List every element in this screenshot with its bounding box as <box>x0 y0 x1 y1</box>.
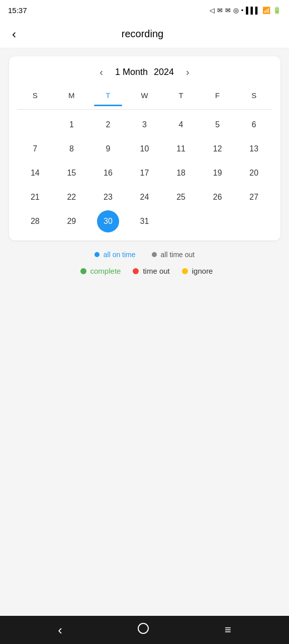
cal-day-6[interactable]: 6 <box>236 114 272 136</box>
ignore-dot <box>182 268 188 274</box>
legend-complete: complete <box>80 267 121 275</box>
all-time-out-dot <box>152 252 157 257</box>
cal-day-11[interactable]: 11 <box>163 138 200 160</box>
dow-mon: M <box>53 88 90 103</box>
all-on-time-label: all on time <box>104 251 136 259</box>
signal-icon: ▌▌▌ <box>246 7 260 14</box>
battery-icon: 🔋 <box>273 7 281 14</box>
email-icon-2: ✉ <box>225 7 231 14</box>
cal-day-13[interactable]: 13 <box>236 138 272 160</box>
legend-all-on-time: all on time <box>94 251 136 259</box>
all-on-time-dot <box>94 252 100 257</box>
legend-ignore: ignore <box>182 267 213 275</box>
back-button[interactable]: ‹ <box>8 23 20 45</box>
cal-day-8[interactable]: 8 <box>53 138 90 160</box>
cal-day-1[interactable]: 1 <box>53 114 90 136</box>
time-out-label: time out <box>143 267 169 275</box>
cal-day-7[interactable]: 7 <box>17 138 54 160</box>
wifi-icon: 📶 <box>262 7 270 14</box>
email-icon-1: ✉ <box>217 7 223 14</box>
nav-back-button[interactable]: ‹ <box>54 618 66 642</box>
prev-month-button[interactable]: ‹ <box>95 64 107 80</box>
cal-day-22[interactable]: 22 <box>53 186 90 208</box>
top-bar: ‹ recording <box>0 20 289 48</box>
all-time-out-label: all time out <box>161 251 195 259</box>
bottom-nav-bar: ‹ ≡ <box>0 616 289 644</box>
cal-day-19[interactable]: 19 <box>199 162 236 184</box>
calendar-year: 2024 <box>154 67 174 77</box>
home-circle-icon <box>138 623 149 634</box>
legend-row-2: complete time out ignore <box>76 267 213 275</box>
cal-day-21[interactable]: 21 <box>17 186 54 208</box>
legend-row-1: all on time all time out <box>94 251 195 259</box>
cal-day-18[interactable]: 18 <box>163 162 200 184</box>
nav-home-button[interactable] <box>134 619 153 641</box>
status-icons: ◁ ✉ ✉ ◎ • ▌▌▌ 📶 🔋 <box>210 7 281 14</box>
dow-wed: W <box>126 88 163 103</box>
navigation-icon: ◁ <box>210 7 215 14</box>
cal-day-28[interactable]: 28 <box>17 210 54 232</box>
dow-tue: T <box>90 88 127 103</box>
legend-time-out: time out <box>133 267 169 275</box>
ignore-label: ignore <box>192 267 213 275</box>
cal-day-31[interactable]: 31 <box>126 210 163 232</box>
cal-day-empty-3 <box>199 210 236 232</box>
cal-day-5[interactable]: 5 <box>199 114 236 136</box>
status-time: 15:37 <box>8 6 27 15</box>
dow-thu: T <box>163 88 200 103</box>
dow-sun: S <box>17 88 54 103</box>
help-icon: ◎ <box>233 7 239 14</box>
calendar-grid: 1 2 3 4 5 6 7 8 9 10 11 12 13 14 15 16 1… <box>17 114 272 232</box>
cal-day-25[interactable]: 25 <box>163 186 200 208</box>
cal-day-27[interactable]: 27 <box>236 186 272 208</box>
cal-day-empty-1 <box>17 114 54 136</box>
cal-day-empty-2 <box>163 210 200 232</box>
cal-day-29[interactable]: 29 <box>53 210 90 232</box>
cal-day-26[interactable]: 26 <box>199 186 236 208</box>
complete-label: complete <box>90 267 121 275</box>
dow-sat: S <box>236 88 272 103</box>
cal-day-3[interactable]: 3 <box>126 114 163 136</box>
cal-day-23[interactable]: 23 <box>90 186 127 208</box>
cal-day-4[interactable]: 4 <box>163 114 200 136</box>
cal-day-20[interactable]: 20 <box>236 162 272 184</box>
main-content: ‹ 1 Month 2024 › S M T W T F S 1 2 <box>0 48 289 616</box>
cal-day-9[interactable]: 9 <box>90 138 127 160</box>
time-out-dot <box>133 268 139 274</box>
page-title: recording <box>24 28 281 40</box>
cal-day-empty-4 <box>236 210 272 232</box>
cal-day-14[interactable]: 14 <box>17 162 54 184</box>
dot-icon: • <box>241 7 244 14</box>
cal-day-30[interactable]: 30 <box>97 210 119 232</box>
days-of-week-row: S M T W T F S <box>17 88 272 103</box>
legend-all-time-out: all time out <box>152 251 195 259</box>
cal-day-15[interactable]: 15 <box>53 162 90 184</box>
calendar-header: ‹ 1 Month 2024 › <box>17 64 272 80</box>
cal-day-10[interactable]: 10 <box>126 138 163 160</box>
dow-fri: F <box>199 88 236 103</box>
calendar-month-year: 1 Month 2024 <box>115 67 174 77</box>
cal-day-24[interactable]: 24 <box>126 186 163 208</box>
calendar-month: 1 Month <box>115 67 148 77</box>
nav-menu-button[interactable]: ≡ <box>221 619 235 640</box>
cal-day-12[interactable]: 12 <box>199 138 236 160</box>
calendar-card: ‹ 1 Month 2024 › S M T W T F S 1 2 <box>9 56 280 240</box>
cal-day-16[interactable]: 16 <box>90 162 127 184</box>
status-bar: 15:37 ◁ ✉ ✉ ◎ • ▌▌▌ 📶 🔋 <box>0 0 289 20</box>
cal-day-2[interactable]: 2 <box>90 114 127 136</box>
cal-day-17[interactable]: 17 <box>126 162 163 184</box>
next-month-button[interactable]: › <box>182 64 194 80</box>
complete-dot <box>80 268 86 274</box>
